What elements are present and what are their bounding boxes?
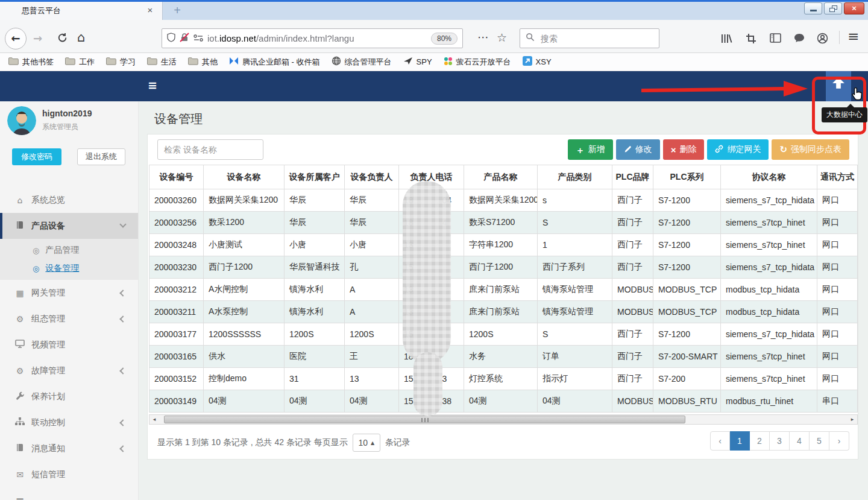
chevron-left-icon — [119, 367, 126, 374]
table-row[interactable]: 200003260数据网关采集1200华辰华辰1804数据网关采集1200s西门… — [149, 189, 858, 212]
table-cell: 200003212 — [149, 279, 204, 301]
column-header[interactable]: 通讯方式 — [817, 165, 858, 189]
pager-page[interactable]: 2 — [750, 431, 770, 451]
sidebar-item-maintenance-plan[interactable]: 保养计划 — [0, 384, 139, 410]
account-icon[interactable] — [817, 33, 828, 46]
messages-bubble-icon[interactable] — [794, 33, 805, 45]
sidebar-item-sms-management[interactable]: ✉ 短信管理 — [0, 461, 139, 487]
sidebar-item-system-overview[interactable]: ⌂ 系统总览 — [0, 187, 139, 213]
bookmark-link[interactable]: 萤石云开放平台 — [444, 57, 511, 68]
bookmark-link[interactable]: 腾讯企业邮箱 - 收件箱 — [229, 57, 320, 68]
column-header[interactable]: 产品名称 — [464, 165, 538, 189]
annotation-box — [812, 77, 866, 134]
restore-button[interactable] — [824, 2, 842, 14]
sidebar-toggle-icon[interactable] — [770, 33, 781, 45]
bookmark-folder[interactable]: 生活 — [147, 57, 177, 68]
pager-page[interactable]: 3 — [770, 431, 790, 451]
table-row[interactable]: 200003212A水闸控制镇海水利A13庶来门前泵站镇海泵站管理MODBUSM… — [149, 279, 858, 301]
back-button[interactable]: ← — [5, 28, 27, 49]
scroll-left-arrow[interactable]: ◂ — [149, 415, 159, 424]
bookmark-folder[interactable]: 其他书签 — [8, 57, 54, 68]
sidebar-item-product-management[interactable]: ◎ 产品管理 — [0, 241, 139, 259]
library-icon[interactable] — [720, 33, 732, 46]
partial-icon: ▦ — [14, 496, 25, 500]
xsy-icon — [523, 56, 532, 68]
column-header[interactable]: PLC系列 — [653, 165, 721, 189]
bind-gateway-button[interactable]: 绑定网关 — [707, 139, 769, 160]
sidebar-item-message-notification[interactable]: 消息通知 — [0, 435, 139, 461]
force-sync-button[interactable]: ↻强制同步点表 — [772, 139, 849, 160]
page-actions-icon[interactable]: ⋯ — [477, 30, 489, 43]
sidebar-item-video-management[interactable]: 视频管理 — [0, 332, 139, 358]
table-row[interactable]: 200003211A水泵控制镇海水利A13庶来门前泵站镇海泵站管理MODBUSM… — [149, 301, 858, 323]
table-row[interactable]: 200003256数采1200华辰华辰184数采S71200S西门子S7-120… — [149, 212, 858, 234]
sidebar-item-linkage-control[interactable]: 联动控制 — [0, 410, 139, 435]
column-header[interactable]: 设备所属客户 — [285, 165, 345, 189]
sidebar-item-device-management[interactable]: ◎ 设备管理 — [0, 259, 139, 277]
forward-button[interactable]: → — [33, 32, 42, 45]
permissions-icon[interactable] — [193, 33, 203, 44]
browser-search-bar[interactable] — [520, 28, 659, 48]
scroll-right-arrow[interactable]: ▸ — [848, 415, 857, 424]
sidebar-item-partial[interactable]: ▦ — [0, 487, 139, 500]
sidebar-item-product-device[interactable]: 产品设备 — [0, 213, 139, 239]
table-row[interactable]: 200003230西门子1200华辰智通科技孔15西门子1200西门子系列西门子… — [149, 256, 858, 279]
pager-prev[interactable]: ‹ — [710, 431, 730, 451]
bookmark-folder[interactable]: 工作 — [65, 57, 95, 68]
delete-button[interactable]: ×删除 — [663, 139, 705, 160]
url-text[interactable]: iot.idosp.net/admin/index.html?langu — [207, 33, 427, 43]
address-bar[interactable]: iot.idosp.net/admin/index.html?langu 80% — [162, 28, 463, 48]
insecure-lock-icon[interactable] — [180, 33, 189, 45]
bookmark-link[interactable]: SPY — [403, 57, 432, 67]
column-header[interactable]: 设备编号 — [149, 165, 204, 189]
minimize-button[interactable] — [804, 2, 822, 14]
pager-page[interactable]: 1 — [730, 431, 750, 451]
table-row[interactable]: 200003165供水医院王18水务订单西门子S7-200-SMARTsieme… — [149, 346, 858, 368]
bookmark-folder[interactable]: 其他 — [188, 57, 218, 68]
browser-tab[interactable]: 思普云平台 × — [0, 2, 163, 20]
table-cell: 200003260 — [149, 189, 204, 212]
column-header[interactable]: 设备负责人 — [345, 165, 399, 189]
column-header[interactable]: 产品类别 — [538, 165, 612, 189]
new-tab-button[interactable]: + — [170, 3, 184, 17]
device-search-input[interactable] — [157, 139, 263, 160]
page-size-select[interactable]: 10▲ — [353, 434, 380, 452]
zoom-level-badge[interactable]: 80% — [431, 33, 458, 45]
column-header[interactable]: PLC品牌 — [612, 165, 653, 189]
sidebar-item-fault-management[interactable]: ⚙ 故障管理 — [0, 358, 139, 384]
edit-button[interactable]: 修改 — [616, 139, 660, 160]
tab-close-icon[interactable]: × — [144, 4, 156, 16]
bookmark-folder[interactable]: 学习 — [106, 57, 136, 68]
table-row[interactable]: 2000031771200SSSSSS1200S1200S151200SS西门子… — [149, 323, 858, 346]
bookmark-link[interactable]: XSY — [523, 56, 552, 68]
bookmark-link[interactable]: 综合管理平台 — [332, 56, 392, 68]
menu-hamburger-icon[interactable]: ≡ — [848, 28, 859, 44]
reload-icon[interactable] — [57, 33, 68, 45]
table-row[interactable]: 20000314904测04测04测153804测04测MODBUSMODBUS… — [149, 390, 858, 413]
bookmark-star-icon[interactable]: ☆ — [497, 31, 507, 44]
sidebar-item-configuration-management[interactable]: ⚙ 组态管理 — [0, 306, 139, 332]
close-button[interactable]: × — [844, 2, 864, 14]
add-button[interactable]: ＋新增 — [568, 139, 613, 160]
book-icon — [14, 443, 25, 454]
horizontal-scrollbar[interactable]: ◂ ▸ — [149, 414, 858, 425]
screenshot-crop-icon[interactable] — [746, 33, 756, 46]
pager-page[interactable]: 4 — [790, 431, 810, 451]
home-button[interactable]: ⌂ — [77, 30, 85, 45]
search-input[interactable] — [539, 33, 642, 44]
column-header[interactable]: 协议名称 — [721, 165, 817, 189]
sidebar-item-gateway-management[interactable]: ▦ 网关管理 — [0, 280, 139, 306]
logout-button[interactable]: 退出系统 — [77, 148, 125, 165]
avatar[interactable] — [7, 106, 36, 135]
table-row[interactable]: 200003248小唐测试小唐小唐13字符串12001西门子S7-1200sie… — [149, 234, 858, 256]
table-cell: 镇海泵站管理 — [538, 301, 612, 323]
table-cell: 网口 — [817, 189, 858, 212]
sidebar-collapse-icon[interactable]: ≡ — [148, 78, 157, 92]
shield-icon[interactable] — [167, 33, 175, 45]
column-header[interactable]: 设备名称 — [204, 165, 285, 189]
table-row[interactable]: 200003152控制demo3113153灯控系统指示灯西门子S7-200si… — [149, 368, 858, 390]
change-password-button[interactable]: 修改密码 — [12, 148, 61, 165]
scrollbar-thumb[interactable] — [164, 416, 685, 423]
pager-next[interactable]: › — [829, 431, 849, 451]
pager-page[interactable]: 5 — [810, 431, 829, 451]
